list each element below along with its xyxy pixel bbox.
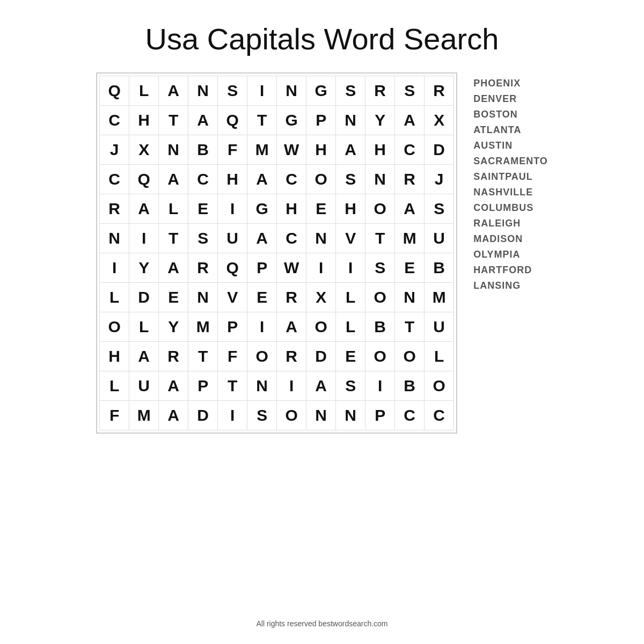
grid-cell: I (336, 253, 365, 283)
grid-cell: T (159, 106, 188, 135)
grid-cell: N (395, 283, 425, 312)
grid-cell: V (336, 224, 365, 253)
grid-cell: I (365, 371, 395, 401)
grid-cell: A (159, 253, 188, 283)
grid-cell: E (395, 253, 425, 283)
grid-cell: H (218, 165, 247, 194)
grid-cell: L (100, 283, 129, 312)
grid-cell: L (336, 312, 365, 342)
word-list-item: NASHVILLE (473, 187, 548, 198)
grid-cell: N (336, 401, 365, 430)
grid-cell: O (425, 371, 454, 401)
grid-cell: T (218, 371, 247, 401)
grid-cell: R (100, 194, 129, 224)
grid-cell: F (218, 135, 247, 165)
grid-cell: U (218, 224, 247, 253)
grid-cell: Y (365, 106, 395, 135)
grid-cell: E (188, 194, 218, 224)
word-list-item: SACRAMENTO (473, 156, 548, 167)
word-list-item: PHOENIX (473, 78, 548, 89)
grid-cell: C (395, 135, 425, 165)
grid-cell: A (159, 76, 188, 106)
grid-cell: M (395, 224, 425, 253)
grid-cell: O (306, 165, 336, 194)
grid-cell: D (306, 342, 336, 371)
grid-cell: R (188, 253, 218, 283)
grid-cell: G (247, 194, 277, 224)
grid-cell: M (188, 312, 218, 342)
word-list-item: HARTFORD (473, 265, 548, 276)
grid-cell: H (277, 194, 306, 224)
grid-cell: L (425, 342, 454, 371)
grid-cell: R (277, 283, 306, 312)
grid-cell: L (129, 76, 159, 106)
grid-cell: L (100, 371, 129, 401)
word-list-item: MADISON (473, 233, 548, 245)
grid-cell: V (218, 283, 247, 312)
grid-cell: I (218, 401, 247, 430)
grid-cell: B (188, 135, 218, 165)
grid-cell: O (365, 283, 395, 312)
grid-cell: M (247, 135, 277, 165)
grid-cell: T (159, 224, 188, 253)
grid-cell: I (277, 371, 306, 401)
word-list-item: LANSING (473, 280, 548, 291)
word-list-item: OLYMPIA (473, 249, 548, 260)
grid-cell: R (395, 165, 425, 194)
word-list-item: BOSTON (473, 109, 548, 120)
grid-cell: C (277, 224, 306, 253)
grid-cell: N (365, 165, 395, 194)
grid-cell: S (188, 224, 218, 253)
grid-cell: L (159, 194, 188, 224)
word-list-item: COLUMBUS (473, 202, 548, 214)
grid-cell: P (306, 106, 336, 135)
grid-cell: D (425, 135, 454, 165)
grid-cell: N (306, 401, 336, 430)
grid-cell: S (336, 165, 365, 194)
grid-cell: A (129, 342, 159, 371)
grid-cell: E (247, 283, 277, 312)
grid-cell: U (425, 312, 454, 342)
grid-cell: G (277, 106, 306, 135)
grid-cell: N (336, 106, 365, 135)
grid-cell: O (100, 312, 129, 342)
grid-cell: O (395, 342, 425, 371)
grid-cell: Q (218, 106, 247, 135)
grid-cell: H (365, 135, 395, 165)
grid-cell: A (306, 371, 336, 401)
grid-cell: X (129, 135, 159, 165)
grid-cell: S (425, 194, 454, 224)
grid-cell: G (306, 76, 336, 106)
grid-cell: A (277, 312, 306, 342)
grid-cell: Y (159, 312, 188, 342)
word-list-item: SAINTPAUL (473, 171, 548, 182)
grid-cell: M (129, 401, 159, 430)
word-list-item: ATLANTA (473, 125, 548, 136)
grid-cell: S (336, 371, 365, 401)
grid-cell: P (218, 312, 247, 342)
grid-cell: B (395, 371, 425, 401)
grid-cell: N (159, 135, 188, 165)
grid-cell: S (247, 401, 277, 430)
grid-cell: N (247, 371, 277, 401)
grid-cell: E (306, 194, 336, 224)
grid-cell: J (425, 165, 454, 194)
grid-table: QLANSINGSRSRCHTAQTGPNYAXJXNBFMWHAHCDCQAC… (99, 76, 454, 430)
grid-cell: I (100, 253, 129, 283)
grid-cell: A (395, 106, 425, 135)
word-list-item: RALEIGH (473, 218, 548, 229)
grid-cell: D (188, 401, 218, 430)
grid-cell: S (365, 253, 395, 283)
grid-cell: B (365, 312, 395, 342)
grid-cell: A (247, 165, 277, 194)
grid-cell: F (218, 342, 247, 371)
grid-cell: U (425, 224, 454, 253)
grid-cell: A (159, 165, 188, 194)
grid-cell: S (395, 76, 425, 106)
grid-cell: T (247, 106, 277, 135)
grid-cell: P (365, 401, 395, 430)
grid-cell: I (306, 253, 336, 283)
grid-cell: H (306, 135, 336, 165)
grid-cell: Y (129, 253, 159, 283)
grid-cell: P (247, 253, 277, 283)
